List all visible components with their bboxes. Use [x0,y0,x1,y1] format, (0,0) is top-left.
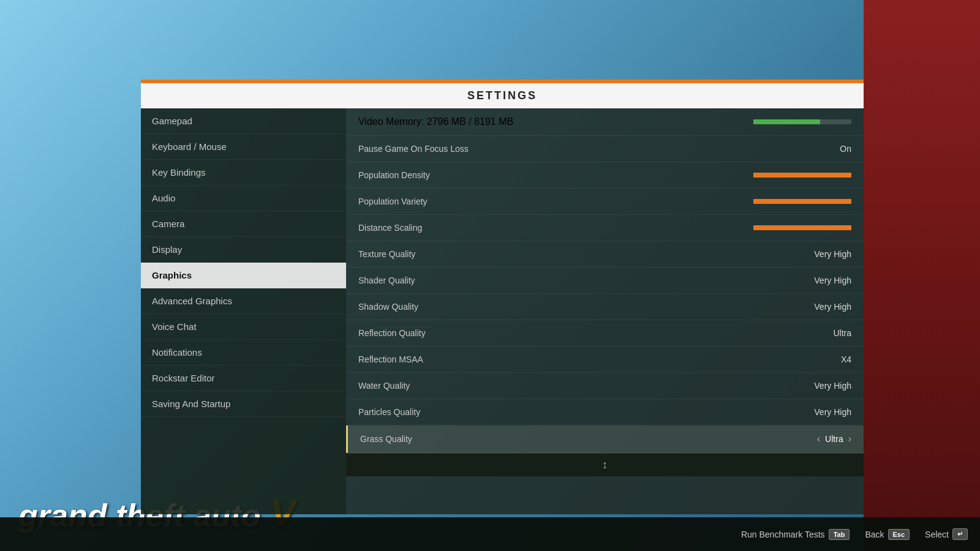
setting-row-shadow-quality: Shadow Quality Very High [346,294,864,320]
distance-scaling-label: Distance Scaling [358,223,422,233]
setting-row-reflection-msaa: Reflection MSAA X4 [346,347,864,373]
sidebar-item-key-bindings[interactable]: Key Bindings [141,160,346,186]
sidebar-item-advanced-graphics[interactable]: Advanced Graphics [141,288,346,314]
setting-row-video-memory: Video Memory: 2796 MB / 8191 MB [346,108,864,136]
back-label: Back [865,530,884,539]
sidebar-item-saving-startup[interactable]: Saving And Startup [141,391,346,417]
select-key-badge: ↵ [952,528,968,540]
reflection-msaa-label: Reflection MSAA [358,354,423,364]
back-key-badge: Esc [888,529,910,540]
distance-scaling-slider[interactable] [753,225,851,230]
population-variety-fill [753,199,851,204]
sidebar-item-display[interactable]: Display [141,237,346,263]
reflection-quality-label: Reflection Quality [358,328,426,338]
benchmark-button[interactable]: Run Benchmark Tests Tab [741,529,850,540]
population-density-label: Population Density [358,170,430,180]
scroll-arrows-icon: ↕ [602,459,608,471]
video-memory-fill [753,119,820,124]
grass-quality-left-arrow[interactable]: ‹ [817,433,820,444]
video-memory-slider[interactable] [753,119,851,124]
setting-row-shader-quality: Shader Quality Very High [346,268,864,294]
population-density-fill [753,173,851,178]
benchmark-key-badge: Tab [829,529,850,540]
sidebar-item-keyboard-mouse[interactable]: Keyboard / Mouse [141,134,346,160]
reflection-quality-value[interactable]: Ultra [833,328,851,338]
grass-quality-label: Grass Quality [360,434,412,444]
texture-quality-label: Texture Quality [358,249,415,259]
setting-row-population-density: Population Density [346,162,864,189]
pause-focus-label: Pause Game On Focus Loss [358,144,469,154]
water-quality-label: Water Quality [358,381,410,391]
population-density-slider[interactable] [753,173,851,178]
right-decoration [864,0,980,551]
sidebar-item-graphics[interactable]: Graphics [141,263,346,288]
population-variety-label: Population Variety [358,197,428,206]
shadow-quality-value[interactable]: Very High [814,302,851,312]
setting-row-texture-quality: Texture Quality Very High [346,241,864,268]
sidebar-item-audio[interactable]: Audio [141,186,346,211]
distance-scaling-fill [753,225,851,230]
setting-row-pause-focus: Pause Game On Focus Loss On [346,136,864,162]
settings-body: Gamepad Keyboard / Mouse Key Bindings Au… [141,108,864,514]
select-label: Select [925,530,949,539]
content-area: Video Memory: 2796 MB / 8191 MB Pause Ga… [346,108,864,514]
settings-panel: SETTINGS Gamepad Keyboard / Mouse Key Bi… [141,80,864,514]
grass-quality-right-arrow[interactable]: › [848,433,851,444]
grass-quality-control[interactable]: ‹ Ultra › [817,433,851,444]
scroll-indicator[interactable]: ↕ [346,453,864,476]
shadow-quality-label: Shadow Quality [358,302,418,312]
select-button[interactable]: Select ↵ [925,528,968,540]
population-variety-slider[interactable] [753,199,851,204]
setting-row-water-quality: Water Quality Very High [346,373,864,399]
sidebar-item-voice-chat[interactable]: Voice Chat [141,314,346,340]
sidebar-item-notifications[interactable]: Notifications [141,340,346,365]
sidebar-item-camera[interactable]: Camera [141,211,346,237]
sidebar: Gamepad Keyboard / Mouse Key Bindings Au… [141,108,346,514]
back-button[interactable]: Back Esc [865,529,910,540]
setting-row-particles-quality: Particles Quality Very High [346,399,864,425]
settings-title: SETTINGS [141,81,864,108]
shader-quality-label: Shader Quality [358,276,415,285]
water-quality-value[interactable]: Very High [814,381,851,391]
setting-row-grass-quality: Grass Quality ‹ Ultra › [346,425,864,453]
bottom-bar: Run Benchmark Tests Tab Back Esc Select … [0,517,980,551]
grass-quality-value: Ultra [825,434,843,444]
texture-quality-value[interactable]: Very High [814,249,851,259]
setting-row-distance-scaling: Distance Scaling [346,215,864,241]
setting-row-reflection-quality: Reflection Quality Ultra [346,320,864,347]
sidebar-item-rockstar-editor[interactable]: Rockstar Editor [141,365,346,391]
reflection-msaa-value[interactable]: X4 [841,354,851,364]
setting-row-population-variety: Population Variety [346,189,864,215]
benchmark-label: Run Benchmark Tests [741,530,825,539]
shader-quality-value[interactable]: Very High [814,276,851,285]
sidebar-item-gamepad[interactable]: Gamepad [141,108,346,134]
particles-quality-label: Particles Quality [358,407,420,417]
video-memory-label: Video Memory: 2796 MB / 8191 MB [358,116,513,127]
particles-quality-value[interactable]: Very High [814,407,851,417]
pause-focus-value[interactable]: On [840,144,851,154]
